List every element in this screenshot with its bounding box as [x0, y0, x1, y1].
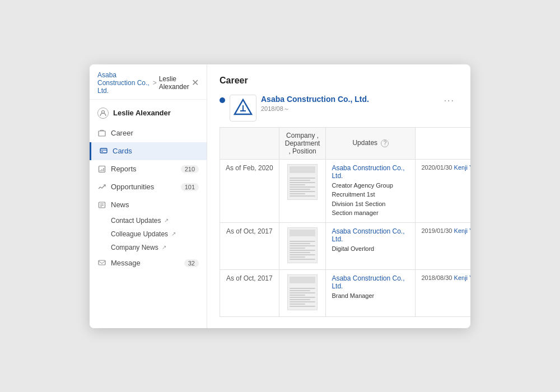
info-dept-2: Digital Overlord — [332, 244, 409, 254]
info-company-link-3[interactable]: Asaba Construction Co., Ltd. — [332, 274, 409, 290]
close-icon[interactable]: ✕ — [192, 78, 199, 87]
table-cell-updates-1: 2020/01/30 Kenji Yamada [Sales] — [416, 159, 470, 222]
info-company-link-2[interactable]: Asaba Construction Co., Ltd. — [332, 227, 409, 243]
breadcrumb-company[interactable]: Asaba Construction Co., Ltd. — [97, 71, 151, 95]
sidebar-item-message[interactable]: Message 32 — [90, 254, 207, 272]
external-link-icon-2: ↗ — [171, 231, 176, 237]
table-row: As of Feb, 2020 — [220, 159, 471, 222]
career-icon — [97, 129, 106, 138]
sidebar-user: Leslie Alexander — [90, 100, 207, 124]
more-options-button[interactable]: ··· — [441, 95, 458, 107]
sidebar-item-contact-updates[interactable]: Contact Updates ↗ — [90, 214, 207, 227]
breadcrumb-person: Leslie Alexander — [159, 75, 189, 91]
update-person-2[interactable]: Kenji Yamada — [454, 227, 470, 234]
reports-label: Reports — [111, 165, 137, 173]
news-label: News — [111, 200, 129, 209]
opportunities-icon — [97, 183, 106, 192]
svg-rect-13 — [99, 260, 105, 265]
company-info: Asaba Construction Co., Ltd. 2018/08～ — [261, 95, 441, 113]
cards-label: Cards — [113, 147, 132, 155]
sidebar-item-news[interactable]: News — [90, 196, 207, 214]
update-date-1: 2020/01/30 — [421, 164, 452, 171]
opportunities-badge: 101 — [181, 183, 199, 191]
table-cell-date-3: As of Oct, 2017 — [220, 269, 279, 316]
table-row: As of Oct, 2017 — [220, 269, 471, 316]
career-label: Career — [111, 129, 133, 137]
company-news-label: Company News — [111, 244, 158, 251]
table-cell-updates-3: 2018/08/30 Kenji Yamada [Sales] — [416, 269, 470, 316]
sidebar-user-name: Leslie Alexander — [113, 109, 171, 117]
document-thumbnail-2 — [287, 227, 318, 263]
update-date-2: 2019/01/30 — [421, 227, 452, 234]
reports-badge: 210 — [181, 165, 199, 173]
cards-icon — [99, 147, 108, 156]
opportunities-label: Opportunities — [111, 183, 154, 191]
message-icon — [97, 259, 106, 268]
section-title: Career — [220, 76, 458, 86]
update-person-1[interactable]: Kenji Yamada — [454, 164, 470, 171]
sidebar: Asaba Construction Co., Ltd. > Leslie Al… — [90, 64, 207, 328]
info-dept-1: Creator Agency Group Recruitment 1stDivi… — [332, 181, 409, 218]
table-cell-info-3: Asaba Construction Co., Ltd. Brand Manag… — [326, 269, 416, 316]
table-cell-info-2: Asaba Construction Co., Ltd. Digital Ove… — [326, 222, 416, 269]
table-header-col1 — [220, 127, 279, 159]
document-thumbnail-1 — [287, 164, 318, 200]
table-cell-doc-3 — [279, 269, 326, 316]
colleague-updates-label: Colleague Updates — [111, 230, 168, 238]
message-badge: 32 — [184, 259, 199, 267]
main-content: Career Asaba Construction Co., Ltd. 2018… — [207, 64, 470, 328]
table-header-col2: Company , Department , Position — [279, 127, 326, 159]
svg-rect-2 — [100, 148, 107, 153]
external-link-icon-3: ↗ — [162, 244, 166, 250]
breadcrumb: Asaba Construction Co., Ltd. > Leslie Al… — [90, 64, 207, 100]
table-cell-updates-2: 2019/01/30 Kenji Yamada [Sales] — [416, 222, 470, 269]
company-header: Asaba Construction Co., Ltd. 2018/08～ ··… — [220, 95, 458, 122]
table-cell-doc-2 — [279, 222, 326, 269]
company-logo — [230, 95, 256, 122]
career-table: Company , Department , Position Updates … — [220, 127, 470, 317]
table-cell-date-2: As of Oct, 2017 — [220, 222, 279, 269]
table-cell-info-1: Asaba Construction Co., Ltd. Creator Age… — [326, 159, 416, 222]
breadcrumb-separator: > — [153, 79, 157, 87]
table-header-col3: Updates ? — [326, 127, 416, 159]
document-thumbnail-3 — [287, 274, 318, 310]
table-cell-date-1: As of Feb, 2020 — [220, 159, 279, 222]
modal-window: Asaba Construction Co., Ltd. > Leslie Al… — [90, 64, 470, 328]
sidebar-item-cards[interactable]: Cards — [90, 142, 207, 160]
sidebar-item-opportunities[interactable]: Opportunities 101 — [90, 178, 207, 196]
company-active-dot — [220, 97, 225, 103]
sidebar-item-company-news[interactable]: Company News ↗ — [90, 241, 207, 254]
company-name-link[interactable]: Asaba Construction Co., Ltd. — [261, 95, 441, 104]
external-link-icon: ↗ — [164, 217, 169, 223]
sidebar-item-colleague-updates[interactable]: Colleague Updates ↗ — [90, 227, 207, 241]
svg-rect-1 — [99, 131, 105, 136]
table-cell-doc-1 — [279, 159, 326, 222]
update-date-3: 2018/08/30 — [421, 274, 452, 281]
message-label: Message — [111, 259, 141, 267]
user-avatar-icon — [97, 108, 109, 119]
news-icon — [97, 200, 106, 209]
contact-updates-label: Contact Updates — [111, 217, 161, 225]
update-person-3[interactable]: Kenji Yamada — [454, 274, 470, 281]
table-row: As of Oct, 2017 — [220, 222, 471, 269]
sidebar-item-career[interactable]: Career — [90, 124, 207, 142]
sidebar-item-reports[interactable]: Reports 210 — [90, 160, 207, 178]
updates-help-icon[interactable]: ? — [381, 139, 389, 147]
info-dept-3: Brand Manager — [332, 291, 409, 301]
reports-icon — [97, 165, 106, 174]
company-date: 2018/08～ — [261, 105, 441, 113]
info-company-link-1[interactable]: Asaba Construction Co., Ltd. — [332, 164, 409, 180]
